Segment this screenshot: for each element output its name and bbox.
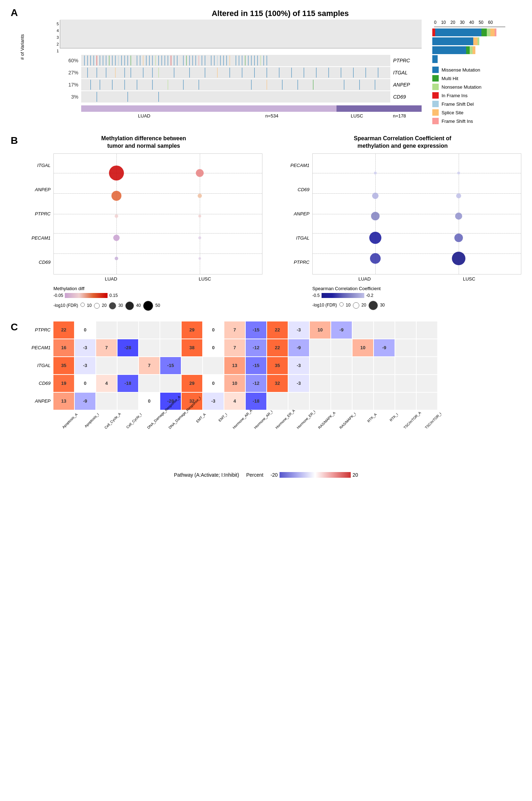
svg-rect-97: [282, 80, 282, 90]
svg-rect-19: [140, 56, 140, 66]
size-dot-50: [143, 301, 153, 311]
methylation-title: Methylation difference betweentumor and …: [25, 135, 262, 150]
heatmap-cell-cd69-15: [374, 375, 395, 392]
heatmap-gene-cd69: CD69: [25, 381, 53, 386]
bubble-anpep-lusc: [198, 194, 202, 198]
panel-c-legend: Pathway (A:Activate; I:Inhibit) Percent …: [11, 472, 521, 478]
ptprc-pct: 60%: [61, 58, 78, 63]
legend-inframe: In Frame Ins: [432, 92, 521, 99]
legend-bar-anpep: [432, 46, 521, 54]
heatmap-cell-ptprc-9: -15: [246, 321, 266, 339]
svg-rect-100: [344, 80, 344, 90]
heatmap-cell-itgal-14: [353, 357, 373, 374]
bubble-ptprc-lusc: [198, 215, 201, 218]
svg-rect-7: [100, 56, 100, 66]
heatmap-gene-itgal: ITGAL: [25, 363, 53, 368]
svg-rect-9: [106, 56, 106, 66]
svg-rect-3: [87, 56, 88, 66]
legend-missense: Missense Mutation: [432, 67, 521, 73]
heatmap-container: PTPRC2202907-1522-310-9PECAM116-37-28380…: [25, 321, 521, 444]
svg-rect-12: [115, 56, 115, 66]
heatmap-cell-cd69-13: [331, 375, 352, 392]
svg-rect-35: [192, 56, 193, 66]
svg-rect-18: [137, 56, 137, 66]
panel-a-content: # of Variants 5 4 3 2 1: [39, 20, 521, 124]
spearman-size-10: [339, 302, 344, 307]
svg-rect-82: [353, 68, 354, 78]
y-axis-label: # of Variants: [20, 34, 25, 60]
spearman-x-labels: LUAD LUSC: [312, 276, 521, 282]
heatmap-cell-anpep-1: -9: [75, 393, 95, 410]
percent-legend-label: Percent: [246, 472, 263, 478]
svg-rect-78: [304, 68, 304, 78]
svg-rect-98: [298, 80, 298, 90]
svg-rect-104: [97, 92, 97, 102]
heatmap-max-val: 20: [353, 472, 358, 478]
svg-rect-76: [279, 68, 280, 78]
heatmap-cell-ptprc-6: 29: [182, 321, 202, 339]
panel-a: A Altered in 115 (100%) of 115 samples #…: [11, 7, 521, 124]
pecam1-y-label-r: PECAM1: [284, 163, 309, 168]
lusc-n: n=178: [377, 113, 422, 119]
anpep-label: ANPEP: [393, 82, 422, 88]
spearman-grid-h-5: [313, 253, 521, 254]
heatmap-color-scale: -20 20: [271, 472, 358, 478]
panel-c: C PTPRC2202907-1522-310-9PECAM116-37-283…: [11, 321, 521, 478]
svg-rect-101: [359, 80, 360, 90]
svg-rect-90: [137, 80, 137, 90]
anpep-pct: 17%: [61, 82, 78, 88]
svg-rect-55: [260, 56, 261, 66]
svg-rect-87: [100, 80, 100, 90]
svg-rect-39: [205, 56, 205, 66]
svg-rect-81: [341, 68, 341, 78]
svg-rect-86: [90, 80, 91, 90]
itgal-pct: 27%: [61, 70, 78, 75]
panel-c-label: C: [11, 321, 18, 333]
heatmap-col-labels: Apoptosis_AApoptosis_ICell_Cycle_ACell_C…: [54, 412, 521, 444]
panel-a-title: Altered in 115 (100%) of 115 samples: [39, 7, 521, 18]
y-tick-2: 2: [50, 42, 59, 46]
heatmap-cell-pecam1-1: -3: [75, 339, 95, 356]
spearman-legend: Spearman Correlation Coefficient -0.5 -0…: [312, 286, 521, 298]
heatmap-cell-pecam1-14: 10: [353, 339, 373, 356]
heatmap-cell-cd69-9: -12: [246, 375, 266, 392]
svg-rect-84: [378, 68, 378, 78]
heatmap-cell-cd69-7: 0: [203, 375, 224, 392]
svg-rect-10: [109, 56, 109, 66]
svg-rect-65: [143, 68, 144, 78]
svg-rect-46: [230, 56, 230, 66]
svg-rect-21: [146, 56, 146, 66]
methylation-bubble-chart: Methylation difference betweentumor and …: [25, 135, 262, 311]
heatmap-row-pecam1: PECAM116-37-283807-1222-910-9: [25, 339, 521, 356]
heatmap-cell-pecam1-17: [417, 339, 437, 356]
missense-color: [432, 67, 439, 73]
legend-items: Missense Mutation Multi Hit Nonsense Mut…: [432, 67, 521, 124]
methylation-legend: Methylation diff -0.05 0.15: [53, 286, 262, 298]
cd69-pct: 3%: [61, 94, 78, 100]
heatmap-gene-anpep: ANPEP: [25, 398, 53, 404]
svg-rect-23: [152, 56, 153, 66]
heatmap-cell-itgal-12: [310, 357, 330, 374]
legend-multihit: Multi Hit: [432, 75, 521, 82]
spearman-grid-h-3: [313, 214, 521, 214]
lusc-label: LUSC: [337, 113, 377, 119]
heatmap-cell-cd69-17: [417, 375, 437, 392]
svg-rect-5: [94, 56, 94, 66]
methylation-diff-label: Methylation diff: [53, 286, 84, 291]
heatmap-row-anpep: ANPEP13-90-2832-34-18: [25, 393, 521, 410]
size-dot-20: [94, 303, 100, 309]
frameshiftdel-color: [432, 101, 439, 107]
gene-row-anpep: 17%: [61, 79, 422, 90]
heatmap-gene-pecam1: PECAM1: [25, 345, 53, 350]
heatmap-cell-ptprc-15: [374, 321, 395, 339]
svg-rect-99: [313, 80, 313, 90]
methylation-max: 0.15: [109, 293, 118, 298]
svg-rect-80: [328, 68, 329, 78]
heatmap-cell-anpep-8: 4: [224, 393, 245, 410]
spearman-luad-label: LUAD: [358, 276, 371, 282]
spearman-size-20: [353, 302, 359, 309]
svg-rect-30: [174, 56, 174, 66]
heatmap-cell-anpep-7: -3: [203, 393, 224, 410]
bubble-cd69-lusc: [198, 257, 201, 260]
heatmap-cell-cd69-12: [310, 375, 330, 392]
